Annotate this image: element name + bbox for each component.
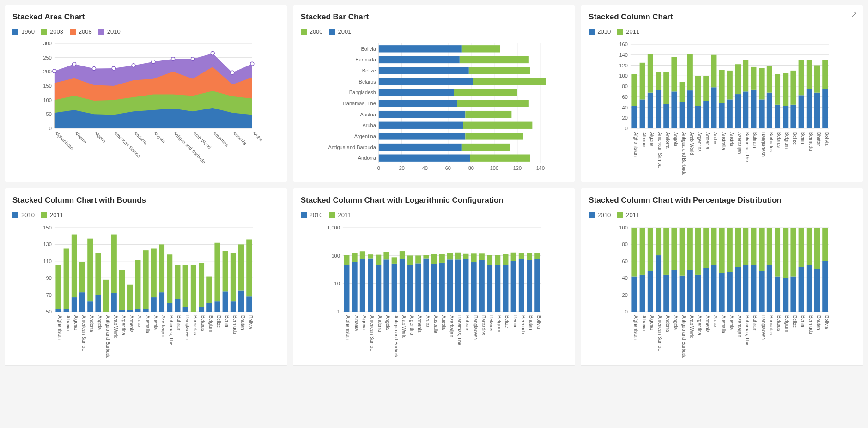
legend-item-2003[interactable]: 2003 [41,28,63,35]
svg-rect-118 [672,91,677,128]
svg-rect-200 [79,262,85,293]
legend-item-2000[interactable]: 2000 [301,28,323,35]
svg-rect-429 [814,269,820,312]
svg-text:Belarus: Belarus [777,315,782,331]
svg-text:100: 100 [331,253,340,259]
svg-rect-136 [719,103,725,128]
legend-item-2010[interactable]: 2010 [589,28,611,35]
svg-text:100: 100 [619,225,628,230]
svg-rect-191 [55,265,61,309]
svg-text:Albania: Albania [642,132,647,148]
svg-text:Belize: Belize [793,132,798,145]
chart-plot-area[interactable]: 020406080100120140BoliviaBermudaBelizeBe… [301,41,568,175]
svg-rect-161 [783,73,789,106]
card-stacked-column-log[interactable]: Stacked Column Chart with Logarithmic Co… [293,188,576,366]
svg-rect-199 [79,292,85,312]
legend-item-2011[interactable]: 2011 [41,211,63,218]
svg-text:Algeria: Algeria [649,315,655,330]
svg-rect-220 [135,309,140,312]
legend-item-2010[interactable]: 2010 [12,211,35,218]
card-stacked-bar[interactable]: Stacked Bar Chart 2000 2001 020406080100… [293,5,576,182]
svg-text:150: 150 [43,225,51,230]
svg-text:Angola: Angola [152,130,166,144]
svg-text:120: 120 [619,63,628,68]
svg-rect-432 [823,261,828,312]
svg-rect-393 [719,273,725,312]
chart-plot-area[interactable]: 507090110130150AfghanistanAlbaniaAlgeria… [12,224,279,358]
legend-item-2001[interactable]: 2001 [329,28,352,35]
svg-rect-121 [680,102,685,128]
chart-plot-area[interactable]: 050100150200250300AfghanistanAlbaniaAlge… [12,41,279,170]
svg-text:Afghanistan: Afghanistan [346,315,351,340]
svg-text:Austria: Austria [729,132,734,147]
svg-rect-67 [378,100,457,107]
chart-plot-area[interactable]: 1101001,000AfghanistanAlbaniaAlgeriaAmer… [301,224,568,358]
svg-rect-80 [461,144,510,151]
card-stacked-column-pct[interactable]: Stacked Column Chart with Percentage Dis… [581,188,863,366]
svg-rect-218 [127,285,133,310]
svg-rect-342 [527,260,532,312]
svg-text:Armenia: Armenia [705,132,710,150]
svg-text:Bolivia: Bolivia [825,132,830,146]
svg-text:Belarus: Belarus [489,315,494,331]
svg-text:Andorra: Andorra [89,315,94,332]
card-title: Stacked Column Chart [589,12,856,22]
legend-item-2010[interactable]: 2010 [98,28,121,35]
svg-text:Bahrain: Bahrain [753,315,758,331]
svg-rect-375 [672,270,677,312]
svg-rect-209 [103,280,109,312]
svg-text:Angola: Angola [97,315,102,330]
card-stacked-area[interactable]: Stacked Area Chart 1960 2003 2008 2010 0… [5,5,287,182]
svg-point-23 [231,71,234,74]
legend-item-2011[interactable]: 2011 [617,28,639,35]
svg-rect-119 [672,57,677,91]
svg-rect-143 [735,64,741,94]
legend-item-2008[interactable]: 2008 [70,28,92,35]
svg-text:Bolivia: Bolivia [361,46,376,52]
legend-item-2011[interactable]: 2011 [617,211,639,218]
legend-item-2010[interactable]: 2010 [589,211,611,218]
svg-text:80: 80 [622,84,628,89]
svg-text:0: 0 [625,309,628,314]
svg-rect-321 [471,262,476,312]
maximize-icon[interactable]: ↗ [850,10,857,20]
card-stacked-column[interactable]: ↗ Stacked Column Chart 2010 2011 0204060… [581,5,863,182]
svg-rect-236 [175,265,180,299]
legend-item-2011[interactable]: 2011 [329,211,352,218]
svg-text:Bahrain: Bahrain [465,315,470,331]
svg-rect-259 [238,291,244,312]
svg-rect-297 [407,265,413,312]
card-title: Stacked Bar Chart [301,12,568,22]
svg-rect-107 [640,63,645,100]
card-title: Stacked Area Chart [12,12,279,22]
svg-rect-263 [246,239,252,296]
svg-text:60: 60 [445,165,450,171]
svg-text:Antigua and Barbuda: Antigua and Barbuda [105,315,110,358]
legend-item-2010[interactable]: 2010 [301,211,323,218]
legend-item-1960[interactable]: 1960 [12,28,35,35]
svg-text:Argentina: Argentina [409,315,414,335]
svg-rect-313 [447,253,453,259]
chart-plot-area[interactable]: 020406080100AfghanistanAlbaniaAlgeriaAme… [589,224,856,358]
svg-text:Algeria: Algeria [73,315,79,330]
svg-text:120: 120 [513,165,521,171]
svg-rect-140 [727,71,733,100]
svg-rect-65 [454,89,517,96]
svg-point-17 [112,66,115,70]
svg-text:Austria: Austria [441,315,446,330]
card-stacked-column-bounds[interactable]: Stacked Column Chart with Bounds 2010 20… [5,188,287,366]
svg-rect-430 [814,228,820,269]
svg-rect-285 [376,265,381,312]
svg-rect-253 [223,291,228,312]
svg-text:Afghanistan: Afghanistan [57,315,62,340]
svg-rect-409 [759,228,765,271]
svg-text:Bahamas, The: Bahamas, The [745,132,750,162]
chart-plot-area[interactable]: 020406080100120140160AfghanistanAlbaniaA… [589,41,856,175]
svg-text:Belarus: Belarus [200,315,206,331]
svg-text:100: 100 [43,97,51,103]
svg-text:Austria: Austria [360,112,376,117]
svg-rect-79 [378,144,461,151]
svg-rect-300 [415,263,421,312]
svg-rect-229 [159,292,164,312]
svg-text:Andorra: Andorra [666,132,671,149]
